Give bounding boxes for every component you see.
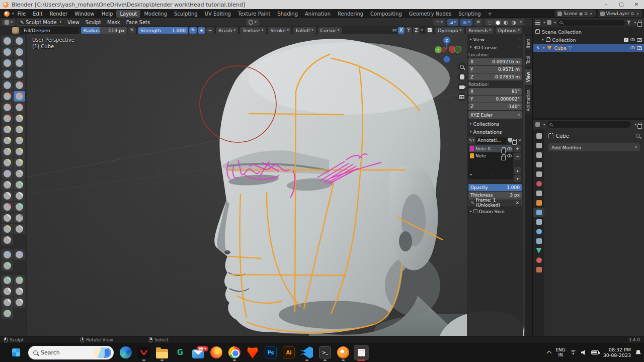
section-collections[interactable]: ▸Collections∷	[468, 120, 522, 128]
cursor-rotation-x[interactable]: X81°	[468, 88, 522, 95]
workspace-tab-rendering[interactable]: Rendering	[334, 10, 367, 18]
workspace-tab-sculpting[interactable]: Sculpting	[171, 10, 201, 18]
tool-boundary[interactable]	[14, 157, 25, 168]
direction-subtract-button[interactable]: −	[206, 27, 214, 34]
falloff-dropdown[interactable]: Falloff▾	[293, 27, 316, 34]
layer-duplicate-icon[interactable]	[502, 147, 506, 151]
workspace-tab-shading[interactable]: Shading	[274, 10, 301, 18]
workspace-tab-texture-paint[interactable]: Texture Paint	[234, 10, 274, 18]
remove-layer-button[interactable]: −	[514, 153, 521, 160]
tool-clay-thumb[interactable]	[2, 58, 13, 68]
collection-tab[interactable]	[533, 189, 544, 198]
section-annotations[interactable]: ▾Annotations∷	[468, 128, 522, 136]
display-mode-icon[interactable]	[547, 20, 551, 25]
strength-pressure-button[interactable]: ✎	[189, 27, 197, 34]
menu-file[interactable]: File	[14, 10, 30, 18]
shading-wireframe-button[interactable]: ◌	[487, 20, 494, 25]
menu-window[interactable]: Window	[71, 10, 98, 18]
cursor-location-z[interactable]: Z-0.07833 m	[468, 73, 522, 80]
move-layer-down-button[interactable]: ▾	[514, 175, 521, 182]
tool-box-hide[interactable]	[14, 213, 25, 223]
xray-dropdown[interactable]: ◍▾	[460, 19, 472, 26]
disable-render-icon[interactable]	[637, 38, 642, 42]
gizmos-dropdown[interactable]: ⁙▾	[433, 19, 445, 26]
workspace-tab-modeling[interactable]: Modeling	[140, 10, 171, 18]
notification-bell-icon[interactable]	[635, 350, 641, 355]
shading-solid-button[interactable]: ●	[495, 20, 501, 25]
tool-move[interactable]	[2, 286, 13, 297]
tool-multiplane-scrape[interactable]	[14, 102, 25, 113]
tool-draw[interactable]	[2, 36, 13, 46]
brush-thumbnail[interactable]	[12, 27, 19, 34]
particles-tab[interactable]	[533, 217, 544, 227]
layer-color-swatch[interactable]	[470, 146, 474, 151]
taskbar-terminal[interactable]: >_	[316, 343, 334, 361]
tool-smooth[interactable]	[14, 80, 25, 90]
tab-view[interactable]: View	[525, 69, 532, 85]
object-data-tab[interactable]	[533, 246, 544, 255]
taskbar-photoshop[interactable]: Ps	[262, 343, 280, 361]
workspace-tab-scripting[interactable]: Scripting	[455, 10, 484, 18]
add-workspace-button[interactable]: +	[485, 10, 496, 18]
direction-add-button[interactable]: +	[198, 27, 205, 34]
tool-clay[interactable]	[2, 47, 13, 57]
tool-layer[interactable]	[14, 58, 25, 68]
cursor-rotation-y[interactable]: Y0.000002°	[468, 96, 522, 103]
outliner-editor-icon[interactable]	[535, 21, 540, 25]
selectable-checkbox[interactable]: ✓	[624, 38, 628, 42]
taskbar-brave[interactable]	[244, 343, 262, 361]
view-layer-tab[interactable]	[533, 160, 544, 169]
radius-pressure-button[interactable]: ✎	[128, 27, 136, 34]
menu-face-sets[interactable]: Face Sets	[123, 20, 153, 25]
scene-tab[interactable]	[533, 169, 544, 179]
tool-cloth-filter[interactable]	[14, 249, 25, 260]
workspace-tab-geometry-nodes[interactable]: Geometry Nodes	[406, 10, 455, 18]
new-collection-icon[interactable]	[638, 21, 642, 24]
modifiers-tab[interactable]	[533, 208, 544, 217]
camera-view-button[interactable]	[457, 82, 466, 92]
shading-dropdown[interactable]: ▾	[520, 20, 522, 24]
menu-render[interactable]: Render	[46, 10, 71, 18]
close-button[interactable]: ✕	[629, 0, 644, 9]
taskbar-vscode[interactable]	[298, 343, 316, 361]
menu-view[interactable]: View	[64, 20, 83, 25]
tool-rotate[interactable]	[14, 146, 25, 157]
tool-line-project[interactable]	[2, 235, 13, 245]
rotation-mode-dropdown[interactable]: XYZ Euler▾	[468, 111, 522, 119]
taskbar-illustrator[interactable]: Ai	[280, 343, 298, 361]
tool-scale[interactable]	[2, 297, 13, 308]
tab-animation[interactable]: Animation	[525, 86, 532, 114]
language-indicator[interactable]: ENGIN	[555, 347, 565, 357]
tool-box-face-set[interactable]	[2, 224, 13, 234]
tool-cloth[interactable]	[2, 168, 13, 179]
symmetry-x-button[interactable]: X	[398, 27, 405, 34]
tool-clay-strips[interactable]	[14, 47, 25, 57]
layer-color-swatch[interactable]	[470, 153, 474, 158]
taskbar-edge[interactable]	[117, 343, 135, 361]
overlays-dropdown[interactable]: ◢▾	[447, 19, 459, 26]
tool-crease[interactable]	[2, 80, 13, 90]
properties-options-dropdown[interactable]: ▾	[634, 123, 636, 127]
onion-skin-checkbox[interactable]	[473, 209, 477, 213]
tool-multires-displacement-smear[interactable]	[14, 191, 25, 201]
remesh-dropdown[interactable]: Remesh▾	[466, 27, 494, 34]
shading-rendered-button[interactable]: ◑	[511, 20, 517, 25]
scene-pin-icon[interactable]: ◉	[579, 11, 583, 16]
volume-icon[interactable]	[581, 350, 587, 355]
taskbar-blender[interactable]	[334, 343, 352, 361]
minimize-button[interactable]: –	[599, 0, 614, 9]
tool-grab[interactable]	[14, 113, 25, 124]
blender-menu-icon[interactable]	[4, 11, 10, 17]
pan-button[interactable]	[457, 72, 466, 81]
workspace-tab-compositing[interactable]: Compositing	[367, 10, 406, 18]
options-dropdown[interactable]: Options▾	[496, 27, 522, 34]
stroke-dropdown[interactable]: Stroke▾	[268, 27, 291, 34]
layer-visibility-icon[interactable]	[507, 147, 512, 150]
tool-elastic-deform[interactable]	[2, 124, 13, 135]
tool-rotate-tool[interactable]	[14, 286, 25, 297]
taskbar-search[interactable]: Search	[28, 346, 114, 359]
workspace-tab-uv-editing[interactable]: UV Editing	[201, 10, 234, 18]
menu-sculpt[interactable]: Sculpt	[83, 20, 104, 25]
outliner-row-cube[interactable]: ✎ ▸ Cube ▽	[533, 44, 644, 52]
outliner-row-scene-collection[interactable]: Scene Collection	[533, 28, 644, 36]
